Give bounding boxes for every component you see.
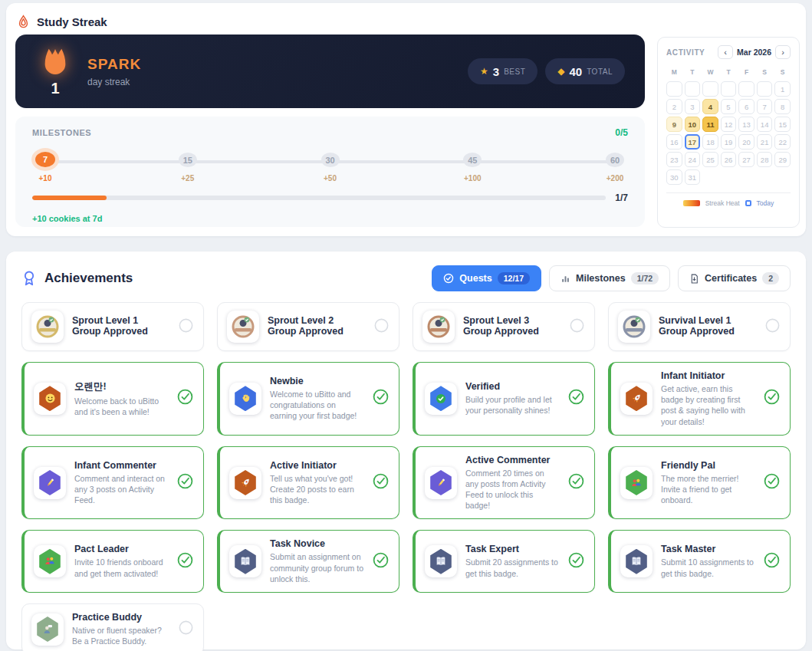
calendar-day-cell[interactable]: 19 bbox=[721, 134, 737, 150]
milestone-day: 7 bbox=[35, 152, 55, 167]
milestone-day: 15 bbox=[179, 153, 197, 167]
tab-count-badge: 2 bbox=[762, 272, 779, 284]
calendar-day-cell[interactable]: 6 bbox=[738, 99, 754, 114]
today-label: Today bbox=[757, 199, 774, 207]
milestone-track: 7 +10 15 +25 30 +50 45 +100 60 +200 bbox=[32, 144, 628, 182]
achievement-card[interactable]: Sprout Level 1 Group Approved bbox=[21, 302, 204, 351]
achievement-card[interactable]: Newbie Welcome to uBitto and congratulat… bbox=[217, 362, 399, 436]
calendar-day-cell[interactable]: 12 bbox=[721, 117, 737, 132]
achievement-card[interactable]: Sprout Level 3 Group Approved bbox=[413, 302, 595, 351]
medal-icon bbox=[231, 314, 255, 339]
calendar-day-cell[interactable]: 15 bbox=[774, 117, 791, 132]
calendar-day-cell[interactable]: 22 bbox=[774, 134, 791, 150]
achievement-description: Native or fluent speaker? Be a Practice … bbox=[72, 625, 169, 646]
achievement-title: Task Master bbox=[661, 544, 754, 554]
best-streak-pill: ★ 3 BEST bbox=[468, 58, 537, 84]
achievement-card[interactable]: Active Initiator Tell us what you've got… bbox=[217, 446, 399, 520]
tab-milestones[interactable]: Milestones 1/72 bbox=[549, 265, 670, 291]
award-icon bbox=[21, 270, 37, 287]
achievement-card[interactable]: Active Commenter Comment 20 times on any… bbox=[413, 446, 595, 520]
calendar-day-cell[interactable]: 9 bbox=[666, 117, 682, 132]
completed-check-icon bbox=[372, 472, 390, 490]
bar-chart-icon bbox=[561, 274, 570, 284]
calendar-empty-cell bbox=[757, 81, 773, 97]
calendar-day-cell[interactable]: 5 bbox=[721, 99, 737, 114]
calendar-day-cell[interactable]: 17 bbox=[685, 134, 701, 150]
calendar-day-cell[interactable]: 14 bbox=[757, 117, 773, 132]
badge-tile bbox=[422, 311, 455, 343]
achievement-card[interactable]: Task Master Submit 10 assignments to get… bbox=[608, 530, 791, 593]
achievement-text: Sprout Level 1 Group Approved bbox=[72, 315, 169, 339]
calendar-day-cell[interactable]: 2 bbox=[666, 99, 682, 114]
streak-text: SPARK day streak bbox=[87, 56, 141, 87]
study-streak-header: Study Streak bbox=[6, 3, 806, 37]
achievements-title: Achievements bbox=[44, 271, 133, 286]
calendar-day-cell[interactable]: 13 bbox=[738, 117, 754, 132]
badge-hexagon bbox=[625, 386, 648, 411]
milestone-node-45d: 45 +100 bbox=[459, 144, 485, 182]
calendar-day-cell[interactable]: 4 bbox=[702, 99, 718, 114]
calendar-day-cell[interactable]: 8 bbox=[774, 99, 791, 114]
achievement-card[interactable]: Practice Buddy Native or fluent speaker?… bbox=[21, 603, 204, 651]
calendar-next-button[interactable]: › bbox=[775, 45, 791, 59]
milestone-reward: +10 bbox=[39, 174, 52, 182]
achievement-description: Comment 20 times on any posts from Activ… bbox=[465, 468, 559, 511]
smiley-icon bbox=[44, 392, 57, 405]
people-icon bbox=[44, 555, 56, 567]
calendar-day-cell[interactable]: 23 bbox=[666, 152, 682, 167]
achievement-card[interactable]: 오랜만! Welcome back to uBitto and it's bee… bbox=[21, 362, 204, 436]
incomplete-circle-icon bbox=[569, 317, 585, 334]
calendar-day-cell[interactable]: 20 bbox=[738, 134, 754, 150]
calendar-day-cell[interactable]: 26 bbox=[721, 152, 737, 167]
study-streak-panel: Study Streak 1 SPARK day streak ★ 3 BEST… bbox=[6, 3, 806, 236]
achievement-status bbox=[178, 620, 194, 639]
calendar-title: ACTIVITY bbox=[666, 48, 705, 57]
calendar-day-cell[interactable]: 7 bbox=[757, 99, 773, 114]
calendar-day-cell[interactable]: 31 bbox=[685, 169, 701, 185]
people-icon bbox=[630, 477, 643, 489]
achievement-card[interactable]: Infant Commenter Comment and interact on… bbox=[21, 446, 204, 520]
achievement-status bbox=[567, 472, 585, 493]
total-streak-label: TOTAL bbox=[587, 67, 613, 76]
calendar-day-cell[interactable]: 29 bbox=[774, 152, 791, 167]
calendar-day-cell[interactable]: 30 bbox=[666, 169, 682, 185]
badge-hexagon bbox=[36, 616, 59, 642]
tab-certificates[interactable]: Certificates 2 bbox=[678, 265, 791, 291]
achievement-card[interactable]: Task Expert Submit 20 assignments to get… bbox=[413, 530, 595, 593]
achievement-text: Sprout Level 2 Group Approved bbox=[268, 315, 365, 339]
achievement-status bbox=[372, 472, 390, 493]
achievement-text: Active Initiator Tell us what you've got… bbox=[270, 460, 363, 506]
calendar-day-cell[interactable]: 18 bbox=[702, 134, 718, 150]
achievement-card[interactable]: Survival Level 1 Group Approved bbox=[608, 302, 791, 351]
achievement-card[interactable]: Task Novice Submit an assignment on comm… bbox=[217, 530, 399, 593]
achievement-card[interactable]: Infant Initiator Get active, earn this b… bbox=[608, 362, 791, 436]
tab-quests[interactable]: Quests 12/17 bbox=[432, 265, 541, 291]
achievement-title: Sprout Level 3 Group Approved bbox=[463, 315, 561, 337]
medal-icon bbox=[426, 314, 451, 339]
verified-check-icon bbox=[434, 392, 448, 406]
calendar-day-cell[interactable]: 1 bbox=[774, 81, 791, 97]
calendar-prev-button[interactable]: ‹ bbox=[718, 45, 733, 59]
achievement-card[interactable]: Friendly Pal The more the merrier! Invit… bbox=[608, 446, 791, 520]
calendar-day-cell[interactable]: 16 bbox=[666, 134, 682, 150]
medal-icon bbox=[35, 314, 60, 339]
calendar-day-cell[interactable]: 3 bbox=[685, 99, 701, 114]
achievement-card[interactable]: Sprout Level 2 Group Approved bbox=[217, 302, 399, 351]
calendar-day-cell[interactable]: 25 bbox=[702, 152, 718, 167]
achievement-title: Verified bbox=[465, 381, 559, 392]
calendar-day-cell[interactable]: 11 bbox=[702, 117, 718, 132]
achievement-card[interactable]: Pact Leader Invite 10 friends onboard an… bbox=[21, 530, 204, 593]
achievement-title: Friendly Pal bbox=[661, 460, 754, 471]
streak-count-label: day streak bbox=[87, 77, 141, 87]
calendar-day-cell[interactable]: 21 bbox=[757, 134, 773, 150]
achievement-status bbox=[372, 551, 390, 572]
calendar-day-cell[interactable]: 28 bbox=[757, 152, 773, 167]
milestone-node-7d: 7 +10 bbox=[32, 144, 58, 182]
achievement-title: Survival Level 1 Group Approved bbox=[659, 315, 756, 337]
calendar-day-cell[interactable]: 27 bbox=[738, 152, 754, 167]
calendar-day-cell[interactable]: 24 bbox=[685, 152, 701, 167]
achievement-card[interactable]: Verified Build your profile and let your… bbox=[413, 362, 595, 436]
achievement-status bbox=[569, 317, 585, 337]
achievement-title: Task Novice bbox=[270, 538, 363, 549]
calendar-day-cell[interactable]: 10 bbox=[685, 117, 701, 132]
